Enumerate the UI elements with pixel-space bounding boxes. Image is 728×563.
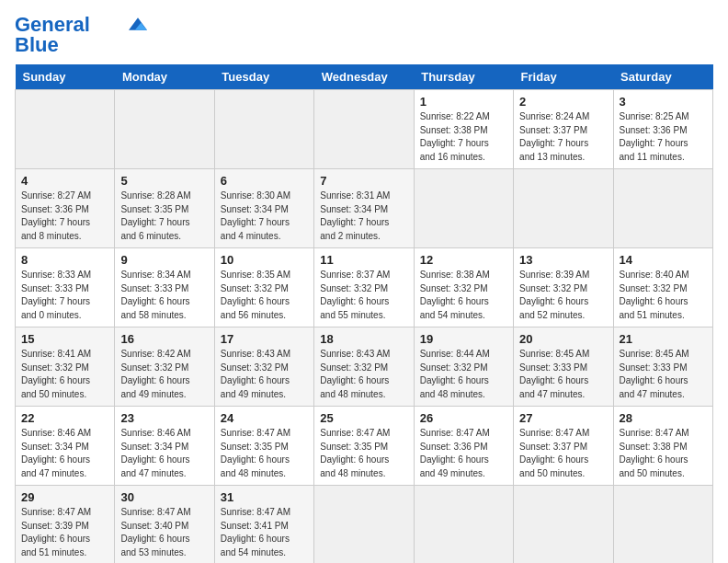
calendar-cell: 2Sunrise: 8:24 AM Sunset: 3:37 PM Daylig… [514, 90, 613, 169]
calendar-cell [613, 169, 712, 248]
calendar-cell [115, 90, 214, 169]
weekday-header-saturday: Saturday [613, 64, 712, 90]
day-number: 16 [120, 332, 208, 346]
day-number: 24 [221, 411, 308, 425]
calendar-cell [514, 169, 613, 248]
day-info: Sunrise: 8:47 AM Sunset: 3:37 PM Dayligh… [519, 427, 607, 480]
day-info: Sunrise: 8:30 AM Sunset: 3:34 PM Dayligh… [221, 190, 308, 243]
calendar-table: SundayMondayTuesdayWednesdayThursdayFrid… [15, 64, 713, 563]
calendar-cell [16, 90, 115, 169]
calendar-cell: 16Sunrise: 8:42 AM Sunset: 3:32 PM Dayli… [115, 327, 214, 407]
calendar-cell: 11Sunrise: 8:37 AM Sunset: 3:32 PM Dayli… [314, 248, 414, 327]
day-number: 18 [320, 332, 407, 346]
day-number: 17 [221, 332, 308, 346]
weekday-header-friday: Friday [514, 64, 613, 90]
day-number: 5 [120, 174, 208, 188]
week-row-6: 29Sunrise: 8:47 AM Sunset: 3:39 PM Dayli… [16, 486, 713, 564]
header: General Blue [15, 15, 713, 55]
calendar-cell: 29Sunrise: 8:47 AM Sunset: 3:39 PM Dayli… [16, 486, 115, 564]
day-info: Sunrise: 8:38 AM Sunset: 3:32 PM Dayligh… [420, 269, 507, 322]
calendar-cell [613, 486, 712, 564]
week-row-5: 22Sunrise: 8:46 AM Sunset: 3:34 PM Dayli… [16, 407, 713, 486]
day-number: 27 [519, 411, 607, 425]
day-info: Sunrise: 8:33 AM Sunset: 3:33 PM Dayligh… [21, 269, 108, 322]
day-info: Sunrise: 8:44 AM Sunset: 3:32 PM Dayligh… [420, 348, 507, 401]
day-info: Sunrise: 8:47 AM Sunset: 3:40 PM Dayligh… [120, 506, 208, 559]
calendar-cell: 1Sunrise: 8:22 AM Sunset: 3:38 PM Daylig… [414, 90, 513, 169]
calendar-cell: 23Sunrise: 8:46 AM Sunset: 3:34 PM Dayli… [115, 407, 214, 486]
calendar-cell: 27Sunrise: 8:47 AM Sunset: 3:37 PM Dayli… [514, 407, 613, 486]
calendar-cell: 8Sunrise: 8:33 AM Sunset: 3:33 PM Daylig… [16, 248, 115, 327]
day-number: 8 [21, 253, 108, 267]
day-info: Sunrise: 8:47 AM Sunset: 3:38 PM Dayligh… [620, 427, 707, 480]
calendar-cell [214, 90, 313, 169]
weekday-header-monday: Monday [115, 64, 214, 90]
weekday-header-thursday: Thursday [414, 64, 513, 90]
day-number: 19 [420, 332, 507, 346]
calendar-cell [414, 169, 513, 248]
calendar-cell: 30Sunrise: 8:47 AM Sunset: 3:40 PM Dayli… [115, 486, 214, 564]
day-info: Sunrise: 8:42 AM Sunset: 3:32 PM Dayligh… [120, 348, 208, 401]
logo-blue-text: Blue [15, 35, 59, 55]
day-info: Sunrise: 8:46 AM Sunset: 3:34 PM Dayligh… [120, 427, 208, 480]
calendar-cell: 22Sunrise: 8:46 AM Sunset: 3:34 PM Dayli… [16, 407, 115, 486]
week-row-4: 15Sunrise: 8:41 AM Sunset: 3:32 PM Dayli… [16, 327, 713, 407]
day-info: Sunrise: 8:37 AM Sunset: 3:32 PM Dayligh… [320, 269, 407, 322]
day-info: Sunrise: 8:25 AM Sunset: 3:36 PM Dayligh… [620, 110, 707, 164]
day-info: Sunrise: 8:43 AM Sunset: 3:32 PM Dayligh… [221, 348, 308, 401]
day-number: 9 [120, 253, 208, 267]
day-number: 12 [420, 253, 507, 267]
weekday-header-tuesday: Tuesday [214, 64, 313, 90]
week-row-3: 8Sunrise: 8:33 AM Sunset: 3:33 PM Daylig… [16, 248, 713, 327]
day-number: 22 [21, 411, 108, 425]
weekday-header-sunday: Sunday [16, 64, 115, 90]
day-info: Sunrise: 8:24 AM Sunset: 3:37 PM Dayligh… [519, 110, 607, 164]
day-info: Sunrise: 8:34 AM Sunset: 3:33 PM Dayligh… [120, 269, 208, 322]
day-info: Sunrise: 8:47 AM Sunset: 3:41 PM Dayligh… [221, 506, 308, 559]
weekday-header-row: SundayMondayTuesdayWednesdayThursdayFrid… [16, 64, 713, 90]
day-info: Sunrise: 8:41 AM Sunset: 3:32 PM Dayligh… [21, 348, 108, 401]
day-info: Sunrise: 8:47 AM Sunset: 3:39 PM Dayligh… [21, 506, 108, 559]
day-number: 23 [120, 411, 208, 425]
week-row-2: 4Sunrise: 8:27 AM Sunset: 3:36 PM Daylig… [16, 169, 713, 248]
day-info: Sunrise: 8:47 AM Sunset: 3:35 PM Dayligh… [320, 427, 407, 480]
day-info: Sunrise: 8:45 AM Sunset: 3:33 PM Dayligh… [620, 348, 707, 401]
day-info: Sunrise: 8:40 AM Sunset: 3:32 PM Dayligh… [620, 269, 707, 322]
calendar-cell: 13Sunrise: 8:39 AM Sunset: 3:32 PM Dayli… [514, 248, 613, 327]
day-info: Sunrise: 8:47 AM Sunset: 3:36 PM Dayligh… [420, 427, 507, 480]
day-number: 28 [620, 411, 707, 425]
day-info: Sunrise: 8:22 AM Sunset: 3:38 PM Dayligh… [420, 110, 507, 164]
day-number: 21 [620, 332, 707, 346]
calendar-cell: 26Sunrise: 8:47 AM Sunset: 3:36 PM Dayli… [414, 407, 513, 486]
calendar-cell: 15Sunrise: 8:41 AM Sunset: 3:32 PM Dayli… [16, 327, 115, 407]
calendar-cell: 17Sunrise: 8:43 AM Sunset: 3:32 PM Dayli… [214, 327, 313, 407]
day-info: Sunrise: 8:31 AM Sunset: 3:34 PM Dayligh… [320, 190, 407, 243]
logo-text: General [15, 15, 90, 35]
day-number: 13 [519, 253, 607, 267]
day-number: 15 [21, 332, 108, 346]
day-info: Sunrise: 8:35 AM Sunset: 3:32 PM Dayligh… [221, 269, 308, 322]
calendar-cell [314, 486, 414, 564]
calendar-cell: 5Sunrise: 8:28 AM Sunset: 3:35 PM Daylig… [115, 169, 214, 248]
calendar-cell: 3Sunrise: 8:25 AM Sunset: 3:36 PM Daylig… [613, 90, 712, 169]
day-number: 11 [320, 253, 407, 267]
calendar-cell: 21Sunrise: 8:45 AM Sunset: 3:33 PM Dayli… [613, 327, 712, 407]
day-info: Sunrise: 8:46 AM Sunset: 3:34 PM Dayligh… [21, 427, 108, 480]
week-row-1: 1Sunrise: 8:22 AM Sunset: 3:38 PM Daylig… [16, 90, 713, 169]
day-number: 25 [320, 411, 407, 425]
calendar-cell: 18Sunrise: 8:43 AM Sunset: 3:32 PM Dayli… [314, 327, 414, 407]
calendar-cell: 9Sunrise: 8:34 AM Sunset: 3:33 PM Daylig… [115, 248, 214, 327]
calendar-cell: 28Sunrise: 8:47 AM Sunset: 3:38 PM Dayli… [613, 407, 712, 486]
day-number: 26 [420, 411, 507, 425]
calendar-cell [314, 90, 414, 169]
day-info: Sunrise: 8:47 AM Sunset: 3:35 PM Dayligh… [221, 427, 308, 480]
day-number: 29 [21, 490, 108, 504]
calendar-cell: 31Sunrise: 8:47 AM Sunset: 3:41 PM Dayli… [214, 486, 313, 564]
day-number: 4 [21, 174, 108, 188]
day-number: 3 [620, 95, 707, 109]
day-number: 1 [420, 95, 507, 109]
day-number: 6 [221, 174, 308, 188]
calendar-cell: 14Sunrise: 8:40 AM Sunset: 3:32 PM Dayli… [613, 248, 712, 327]
day-number: 31 [221, 490, 308, 504]
calendar-cell: 20Sunrise: 8:45 AM Sunset: 3:33 PM Dayli… [514, 327, 613, 407]
